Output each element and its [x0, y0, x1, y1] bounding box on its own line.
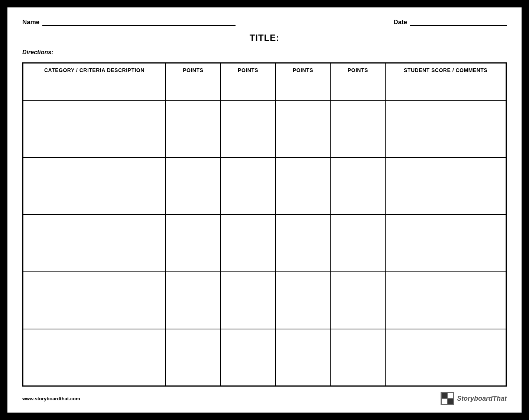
- cell-points1-1: [166, 100, 221, 157]
- col-header-score: STUDENT SCORE / COMMENTS: [385, 63, 506, 100]
- table-row: [23, 272, 506, 329]
- col-header-points1: POINTS: [166, 63, 221, 100]
- cell-points3-2: [276, 157, 331, 215]
- cell-category-1: [23, 100, 166, 157]
- cell-category-3: [23, 215, 166, 272]
- logo-icon-cell-2: [448, 393, 453, 398]
- page-wrapper: Name Date TITLE: Directions: CATEGORY / …: [7, 7, 522, 413]
- cell-points4-1: [330, 100, 385, 157]
- col-header-points4: POINTS: [330, 63, 385, 100]
- date-field: Date: [393, 19, 507, 26]
- cell-points3-1: [276, 100, 331, 157]
- cell-points4-3: [330, 215, 385, 272]
- cell-points2-1: [221, 100, 276, 157]
- cell-points4-2: [330, 157, 385, 215]
- cell-points3-4: [276, 272, 331, 329]
- cell-points4-5: [330, 329, 385, 386]
- cell-points1-4: [166, 272, 221, 329]
- directions-section: Directions:: [22, 49, 507, 56]
- footer-url: www.storyboardthat.com: [22, 396, 80, 401]
- table-row: [23, 157, 506, 215]
- cell-category-2: [23, 157, 166, 215]
- table-row: [23, 215, 506, 272]
- date-underline: [410, 19, 507, 26]
- col-header-points3: POINTS: [276, 63, 331, 100]
- cell-points1-3: [166, 215, 221, 272]
- logo-icon-cell-4: [448, 399, 453, 404]
- title-section: TITLE:: [22, 33, 507, 43]
- name-label: Name: [22, 19, 39, 26]
- cell-score-5: [385, 329, 506, 386]
- cell-points4-4: [330, 272, 385, 329]
- name-field: Name: [22, 19, 236, 26]
- name-underline: [42, 19, 236, 26]
- cell-points3-5: [276, 329, 331, 386]
- cell-score-3: [385, 215, 506, 272]
- col-header-points2: POINTS: [221, 63, 276, 100]
- date-label: Date: [393, 19, 407, 26]
- logo-icon-cell-1: [442, 393, 447, 398]
- col-header-category: CATEGORY / CRITERIA DESCRIPTION: [23, 63, 166, 100]
- cell-points2-2: [221, 157, 276, 215]
- logo-icon-cell-3: [442, 399, 447, 404]
- cell-points3-3: [276, 215, 331, 272]
- cell-points2-4: [221, 272, 276, 329]
- cell-score-4: [385, 272, 506, 329]
- cell-points2-5: [221, 329, 276, 386]
- table-row: [23, 329, 506, 386]
- cell-points2-3: [221, 215, 276, 272]
- footer-logo: StoryboardThat: [441, 392, 507, 405]
- footer-logo-text: StoryboardThat: [457, 395, 507, 403]
- cell-points1-2: [166, 157, 221, 215]
- cell-points1-5: [166, 329, 221, 386]
- footer: www.storyboardthat.com StoryboardThat: [22, 389, 507, 405]
- directions-label: Directions:: [22, 49, 53, 55]
- cell-category-4: [23, 272, 166, 329]
- table-row: [23, 100, 506, 157]
- cell-category-5: [23, 329, 166, 386]
- page-title: TITLE:: [250, 33, 280, 43]
- storyboardthat-icon: [441, 392, 454, 405]
- rubric-table: CATEGORY / CRITERIA DESCRIPTION POINTS P…: [22, 62, 507, 387]
- cell-score-1: [385, 100, 506, 157]
- cell-score-2: [385, 157, 506, 215]
- table-header-row: CATEGORY / CRITERIA DESCRIPTION POINTS P…: [23, 63, 506, 100]
- header-row: Name Date: [22, 19, 507, 26]
